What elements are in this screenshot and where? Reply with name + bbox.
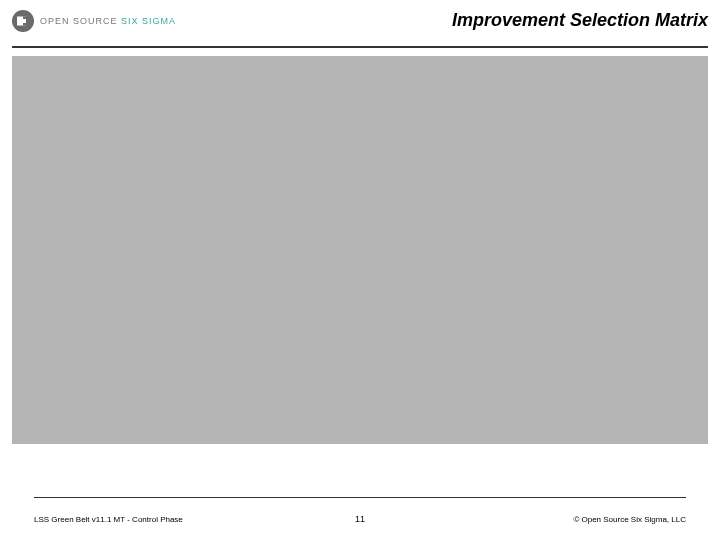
content-placeholder: [12, 56, 708, 444]
header-divider: [12, 46, 708, 48]
brand-word-open: OPEN: [40, 16, 70, 26]
svg-rect-2: [23, 17, 26, 20]
brand-word-source: SOURCE: [73, 16, 118, 26]
brand-text: OPEN SOURCE SIX SIGMA: [40, 16, 176, 26]
brand-word-six: SIX: [121, 16, 139, 26]
svg-rect-3: [23, 23, 26, 26]
slide: OPEN SOURCE SIX SIGMA Improvement Select…: [0, 0, 720, 540]
page-title: Improvement Selection Matrix: [452, 10, 708, 31]
header: OPEN SOURCE SIX SIGMA Improvement Select…: [12, 8, 708, 38]
footer-divider: [34, 497, 686, 498]
footer-course-label: LSS Green Belt v11.1 MT - Control Phase: [34, 515, 183, 524]
footer-copyright: © Open Source Six Sigma, LLC: [573, 515, 686, 524]
page-number: 11: [355, 514, 365, 524]
logo-icon: [12, 10, 34, 32]
brand-word-sigma: SIGMA: [142, 16, 176, 26]
brand-logo: OPEN SOURCE SIX SIGMA: [12, 10, 176, 32]
